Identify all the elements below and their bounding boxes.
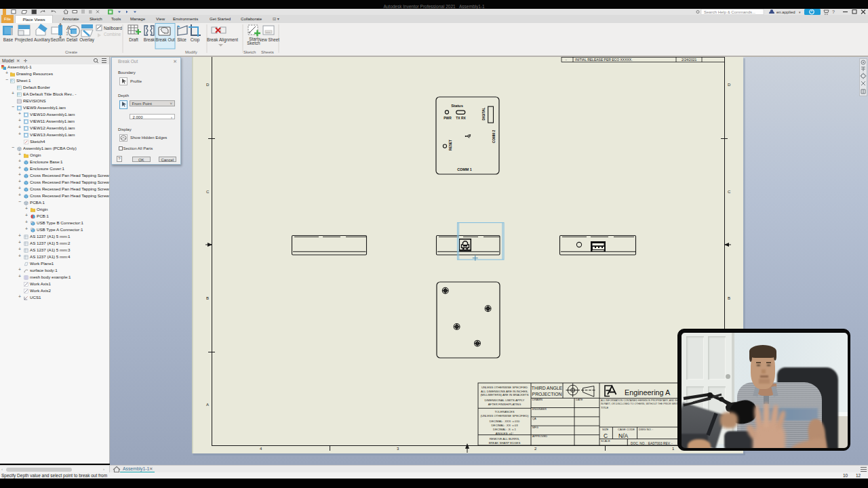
svg-text:en.applied: en.applied (776, 10, 795, 14)
svg-text:INITIAL RELEASE PER ECO XXXXX.: INITIAL RELEASE PER ECO XXXXX. (575, 58, 633, 62)
svg-text:?: ? (832, 9, 835, 14)
svg-text:ALL DIMENSIONS ARE IN INCHES,: ALL DIMENSIONS ARE IN INCHES, (481, 390, 528, 393)
svg-text:Search Help & Commands...: Search Help & Commands... (704, 10, 755, 14)
svg-text:COMM 1: COMM 1 (457, 167, 472, 171)
svg-text:REMOVE ALL BURRS,: REMOVE ALL BURRS, (490, 437, 520, 441)
svg-text:DIGITAL: DIGITAL (482, 108, 486, 121)
svg-text:RESET: RESET (449, 140, 452, 150)
svg-text:B: B (206, 296, 209, 300)
svg-text:BREAK SHARP EDGES: BREAK SHARP EDGES (489, 441, 521, 445)
svg-text:DWG NO. :: DWG NO. : (639, 428, 653, 431)
svg-text:(UNLESS OTHERWISE SPECIFIED): (UNLESS OTHERWISE SPECIFIED) (480, 414, 529, 418)
svg-text:DOC. NO. : EADT003 REV. -: DOC. NO. : EADT003 REV. - (631, 442, 673, 445)
svg-text:C: C (206, 190, 210, 194)
svg-text:2/24/2021: 2/24/2021 (682, 58, 696, 62)
svg-text:AFTER FINISH/PLATING: AFTER FINISH/PLATING (488, 403, 521, 406)
svg-text:CAGE CODE: CAGE CODE (618, 428, 635, 431)
svg-text:APPROVED: APPROVED (532, 434, 547, 438)
svg-text:C: C (728, 190, 731, 194)
svg-text:MFG: MFG (532, 426, 538, 429)
svg-text:UNLESS OTHERWISE SPECIFIED: UNLESS OTHERWISE SPECIFIED (481, 386, 528, 389)
svg-text:PROJECTION: PROJECTION (532, 392, 562, 396)
svg-text:▾: ▾ (799, 10, 801, 14)
svg-text:A: A (206, 403, 209, 407)
svg-text:PWR: PWR (443, 117, 452, 120)
svg-text:DIMENSIONAL LIMITS APPLY: DIMENSIONAL LIMITS APPLY (485, 399, 525, 402)
svg-text:DECIMAL: .XXX: ±.010: DECIMAL: .XXX: ±.010 (490, 420, 520, 423)
svg-text:ANGLES: ±1°: ANGLES: ±1° (496, 432, 514, 435)
svg-text:DRAWN: DRAWN (532, 398, 542, 401)
svg-text:Nailboard: Nailboard (104, 26, 122, 30)
svg-text:(MILLIMETERS) ARE IN BRACKETS: (MILLIMETERS) ARE IN BRACKETS (480, 393, 528, 396)
svg-text:N/A: N/A (618, 432, 629, 439)
svg-text:COMM 2: COMM 2 (492, 130, 496, 144)
svg-text:TX RX: TX RX (456, 117, 466, 120)
svg-text:Status: Status (451, 104, 463, 108)
svg-text:SIZE: SIZE (602, 428, 609, 431)
svg-text:D: D (206, 83, 210, 87)
svg-text:TOLERANCES: TOLERANCES (494, 410, 514, 413)
svg-text:DECIMAL: .XX: ±.03: DECIMAL: .XX: ±.03 (491, 424, 518, 427)
svg-text:THIRD ANGLE: THIRD ANGLE (532, 386, 563, 390)
svg-text:C: C (604, 432, 608, 439)
svg-text:ENGINEER: ENGINEER (532, 407, 547, 411)
svg-text:D: D (728, 83, 731, 87)
svg-text:Combine: Combine (104, 32, 121, 37)
svg-text:TITLE: TITLE (601, 406, 609, 409)
svg-text:QA: QA (532, 417, 536, 420)
svg-text:Engineering A: Engineering A (625, 388, 671, 396)
svg-text:DATE: DATE (576, 398, 583, 401)
svg-text:SCALE: SCALE (601, 439, 610, 443)
svg-text:B: B (728, 296, 730, 300)
svg-text:▭▭: ▭▭ (266, 31, 270, 34)
svg-text:DECIMAL: .X: ±.1: DECIMAL: .X: ±.1 (493, 428, 516, 431)
